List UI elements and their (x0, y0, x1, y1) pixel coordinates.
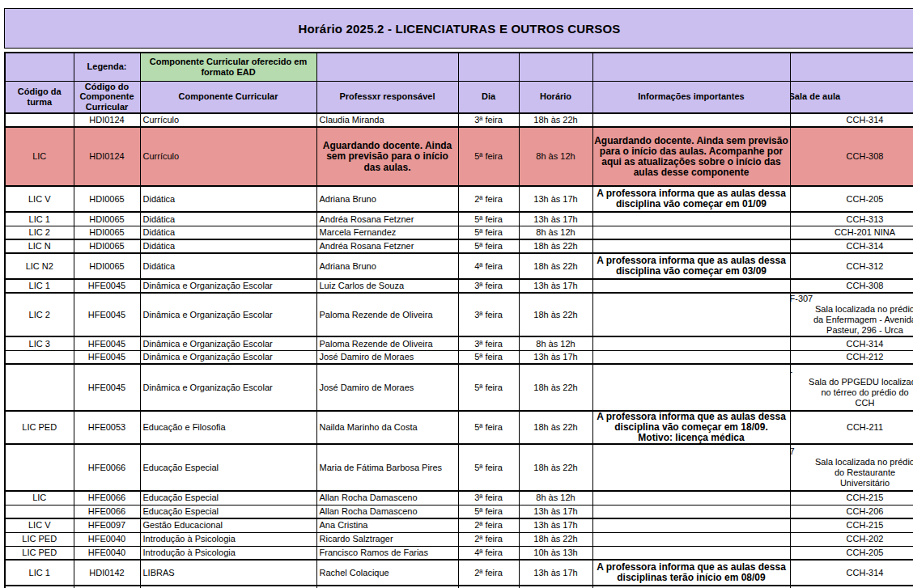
professor-cell: Adriana Bruno (316, 186, 458, 212)
componente-cell: Dinâmica e Organização Escolar (140, 364, 316, 411)
codigo-cell: HFE0040 (74, 546, 140, 560)
sala-line: Sala do PPGEDU localizada (792, 377, 913, 387)
legend-empty-cell (5, 53, 74, 81)
codigo-cell: HFE0066 (74, 491, 140, 505)
turma-cell: LIC (5, 127, 74, 186)
componente-cell: Currículo (140, 113, 316, 127)
legend-empty-cell (316, 53, 458, 81)
horario-cell: 8h às 12h (519, 491, 592, 505)
dia-cell: 5ª feira (458, 350, 519, 364)
horario-cell: 18h às 22h (519, 444, 592, 491)
sala-cell: 7Sala localizada no prédiodo Restaurante… (790, 444, 913, 491)
table-row: HFE0066Educação EspecialMaria de Fátima … (5, 444, 913, 491)
turma-cell (5, 444, 74, 491)
info-cell (592, 239, 790, 253)
dia-cell: 2ª feira (458, 532, 519, 546)
professor-cell: Paloma Rezende de Oliveira (316, 336, 458, 350)
codigo-cell: HDI0065 (74, 253, 140, 279)
info-cell (592, 336, 790, 350)
sala-cell: CCH-215 (790, 491, 913, 505)
table-row: LIC PEDHFE0040Introdução à PsicologiaRic… (5, 532, 913, 546)
info-cell: Aguardando docente. Ainda sem previsão p… (592, 127, 790, 186)
sala-line: Pasteur, 296 - Urca (792, 325, 913, 336)
table-row: LIC 1HDI0065DidáticaAndréa Rosana Fetzne… (5, 212, 913, 226)
table-row: LIC 2HDI0065DidáticaMarcela Fernandez5ª … (5, 226, 913, 239)
spreadsheet-view: Horário 2025.2 - LICENCIATURAS E OUTROS … (0, 0, 913, 588)
table-row: HFE0045Dinâmica e Organização EscolarJos… (5, 364, 913, 411)
componente-cell: Didática (140, 226, 316, 239)
componente-cell: Introdução à Psicologia (140, 546, 316, 560)
sala-cell: CCH-314 (790, 113, 913, 127)
sala-cell: CCH-308 (790, 127, 913, 186)
sala-line: - (790, 366, 913, 377)
componente-cell: Dinâmica e Organização Escolar (140, 279, 316, 293)
turma-cell: LIC 3 (5, 336, 74, 350)
table-row: LIC VHDI0065DidáticaAdriana Bruno2ª feir… (5, 186, 913, 212)
componente-cell: Introdução à Psicologia (140, 532, 316, 546)
dia-cell: 5ª feira (458, 411, 519, 444)
table-row: LICHDI0124CurrículoAguardando docente. A… (5, 127, 913, 186)
dia-cell: 3ª feira (458, 113, 519, 127)
componente-cell: Didática (140, 253, 316, 279)
componente-cell: Educação Especial (140, 444, 316, 491)
column-header: Código da turma (5, 81, 74, 113)
sala-line: 7 (790, 446, 913, 457)
professor-cell: Aguardando docente. Ainda sem previsão p… (316, 127, 458, 186)
professor-cell: Allan Rocha Damasceno (316, 491, 458, 505)
column-header: Horário (519, 81, 592, 113)
dia-cell: 4ª feira (458, 546, 519, 560)
table-row: LIC 3HFE0045Dinâmica e Organização Escol… (5, 336, 913, 350)
sala-cell: CCH-314 (790, 336, 913, 350)
turma-cell: LIC 1 (5, 212, 74, 226)
table-row: HDI0124CurrículoClaudia Miranda3ª feira1… (5, 113, 913, 127)
table-row: HFE0066Educação EspecialAllan Rocha Dama… (5, 505, 913, 518)
professor-cell: Paloma Rezende de Oliveira (316, 293, 458, 336)
sala-cell: CCH-314 (790, 560, 913, 586)
horario-cell: 13h às 17h (519, 518, 592, 532)
dia-cell: 3ª feira (458, 491, 519, 505)
sala-cell: CCH-205 (790, 186, 913, 212)
dia-cell: 5ª feira (458, 505, 519, 518)
turma-cell (5, 113, 74, 127)
info-cell (592, 226, 790, 239)
legend-ead-cell: Componente Curricular oferecido em forma… (140, 53, 316, 81)
horario-cell: 13h às 17h (519, 212, 592, 226)
turma-cell: LIC N2 (5, 253, 74, 279)
componente-cell: LIBRAS (140, 560, 316, 586)
table-row: LICHFE0066Educação EspecialAllan Rocha D… (5, 491, 913, 505)
sala-cell: CCH-215 (790, 518, 913, 532)
componente-cell: Didática (140, 212, 316, 226)
info-line: Motivo: licença médica (594, 433, 789, 443)
professor-cell: Adriana Bruno (316, 253, 458, 279)
professor-cell: Ricardo Salztrager (316, 532, 458, 546)
horario-cell: 8h às 12h (519, 127, 592, 186)
dia-cell: 5ª feira (458, 239, 519, 253)
dia-cell: 5ª feira (458, 226, 519, 239)
info-cell (592, 212, 790, 226)
info-cell: A professora informa que as aulas dessa … (592, 253, 790, 279)
info-cell: A professora informa que as aulas dessa … (592, 411, 790, 444)
turma-cell (5, 364, 74, 411)
horario-cell: 18h às 22h (519, 239, 592, 253)
table-row: LIC PEDHFE0053Educação e FilosofiaNailda… (5, 411, 913, 444)
horario-cell: 13h às 17h (519, 279, 592, 293)
table-row: LIC 2HFE0045Dinâmica e Organização Escol… (5, 293, 913, 336)
codigo-cell: HFE0097 (74, 518, 140, 532)
componente-cell: Educação e Filosofia (140, 411, 316, 444)
legend-label: Legenda: (74, 53, 140, 81)
turma-cell: LIC N (5, 239, 74, 253)
sala-line: Sala localizada no prédio (792, 457, 913, 467)
legend-empty-cell (458, 53, 519, 81)
turma-cell: LIC PED (5, 546, 74, 560)
horario-cell: 18h às 22h (519, 364, 592, 411)
table-row: LIC N2HDI0065DidáticaAdriana Bruno4ª fei… (5, 253, 913, 279)
legend-empty-cell (519, 53, 592, 81)
turma-cell (5, 505, 74, 518)
header-row: Código da turmaCódigo do Componente Curr… (5, 81, 913, 113)
column-header: Informações importantes (592, 81, 790, 113)
turma-cell: LIC 2 (5, 226, 74, 239)
dia-cell: 2ª feira (458, 560, 519, 586)
codigo-cell: HDI0124 (74, 127, 140, 186)
sala-cell: CCH-313 (790, 212, 913, 226)
componente-cell: Dinâmica e Organização Escolar (140, 350, 316, 364)
